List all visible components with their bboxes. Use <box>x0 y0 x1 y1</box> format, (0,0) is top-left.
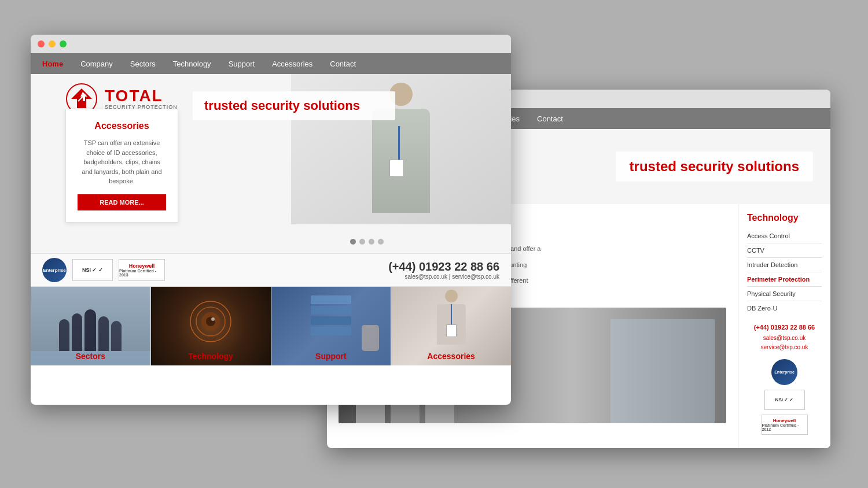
grid-item-support[interactable]: Support <box>271 287 392 365</box>
sidebar-link-dbzero[interactable]: DB Zero-U <box>747 301 822 315</box>
sidebar-link-intruder[interactable]: Intruder Detection <box>747 258 822 272</box>
back-nav-contact[interactable]: Contact <box>537 114 563 123</box>
slide-dot-3[interactable] <box>369 239 374 245</box>
sil-3 <box>84 309 96 351</box>
person-mini <box>437 290 466 345</box>
server-row-3 <box>311 316 351 325</box>
honeywell-name: Honeywell <box>129 263 155 269</box>
front-bottom-grid: Sectors Technology <box>31 287 511 365</box>
sidebar-certifications: Enterprise NSI ✓ ✓ Honeywell Platinum Ce… <box>747 359 822 435</box>
front-browser-window: Home Company Sectors Technology Support … <box>31 35 511 405</box>
logo-name: TOTAL <box>105 88 178 104</box>
contact-details: (+44) 01923 22 88 66 sales@tsp.co.uk | s… <box>388 260 499 280</box>
back-sidebar: Technology Access Control CCTV Intruder … <box>738 204 830 448</box>
honeywell-cert: Platinum Certified - 2013 <box>119 269 164 277</box>
nsi-text: NSI ✓ ✓ <box>775 397 794 402</box>
grid-item-technology[interactable]: Technology <box>151 287 271 365</box>
slide-dots <box>350 239 384 245</box>
email-info: sales@tsp.co.uk | service@tsp.co.uk <box>388 273 499 280</box>
lanyard <box>398 126 400 161</box>
grid-item-sectors-label: Sectors <box>31 352 150 361</box>
back-image-detail <box>610 319 715 423</box>
eye-svg <box>187 298 234 345</box>
slide-dot-2[interactable] <box>359 239 365 245</box>
sil-5 <box>111 321 122 351</box>
front-nav-technology[interactable]: Technology <box>173 60 211 68</box>
sidebar-link-perimeter[interactable]: Perimeter Protection <box>747 272 822 287</box>
sidebar-contact-info: (+44) 01923 22 88 66 sales@tsp.co.uk ser… <box>747 324 822 352</box>
id-card <box>389 160 404 177</box>
grid-item-accessories-label: Accessories <box>391 352 511 361</box>
front-nav-home[interactable]: Home <box>42 60 63 68</box>
front-nav-sectors[interactable]: Sectors <box>130 60 156 68</box>
svg-point-5 <box>211 317 215 321</box>
server-shape <box>311 295 351 342</box>
accessories-card: Accessories TSP can offer an extensive c… <box>65 109 178 223</box>
back-tagline-bold: security solutions <box>681 158 799 174</box>
front-nav-company[interactable]: Company <box>80 60 113 68</box>
mini-card <box>446 324 457 337</box>
sidebar-email-2: service@tsp.co.uk <box>747 343 822 352</box>
sidebar-link-physical[interactable]: Physical Security <box>747 287 822 301</box>
sidebar-link-cctv[interactable]: CCTV <box>747 243 822 258</box>
sidebar-cert-honeywell-badge: Honeywell Platinum Certified - 2012 <box>762 415 808 435</box>
hand-shape <box>362 325 379 351</box>
front-hero-section: TOTAL SECURITY PROTECTION trusted securi… <box>31 74 511 253</box>
front-nav-contact[interactable]: Contact <box>330 60 356 68</box>
accessories-card-title: Accessories <box>78 121 166 131</box>
mini-lanyard <box>451 304 452 324</box>
back-tagline: trusted security solutions <box>616 151 813 182</box>
cert-enterprise-badge: Enterprise <box>42 258 67 282</box>
accessories-card-description: TSP can offer an extensive choice of ID … <box>78 138 166 186</box>
slide-dot-4[interactable] <box>378 239 384 245</box>
eye-container <box>187 298 234 345</box>
mini-head <box>445 290 458 302</box>
grid-item-technology-label: Technology <box>151 352 271 361</box>
front-hero-tagline: trusted security solutions <box>193 91 395 120</box>
sil-2 <box>72 313 82 351</box>
server-row-1 <box>311 295 351 304</box>
sidebar-cert-nsi-badge: NSI ✓ ✓ <box>764 390 805 410</box>
grid-item-support-label: Support <box>271 352 391 361</box>
phone-number: (+44) 01923 22 88 66 <box>388 260 499 273</box>
front-contact-bar: Enterprise NSI ✓ ✓ Honeywell Platinum Ce… <box>31 253 511 287</box>
front-minimize-icon[interactable] <box>49 40 56 47</box>
tagline-bold: security solutions <box>251 98 360 113</box>
slide-dot-1[interactable] <box>350 239 356 245</box>
front-nav: Home Company Sectors Technology Support … <box>31 53 511 74</box>
back-tagline-plain: trusted <box>630 158 681 174</box>
sil-1 <box>59 319 69 351</box>
honeywell-sub: Platinum Certified - 2012 <box>762 423 807 431</box>
honeywell-label: Honeywell <box>773 418 796 423</box>
silhouette-group <box>36 309 145 351</box>
logo-text-group: TOTAL SECURITY PROTECTION <box>105 88 178 110</box>
front-nav-support[interactable]: Support <box>229 60 255 68</box>
tagline-plain: trusted <box>204 98 251 113</box>
server-row-4 <box>311 327 351 335</box>
cert-logos-group: Enterprise NSI ✓ ✓ Honeywell Platinum Ce… <box>42 258 165 282</box>
front-close-icon[interactable] <box>38 40 45 47</box>
nsi-label: NSI ✓ ✓ <box>82 267 103 273</box>
grid-item-accessories[interactable]: Accessories <box>391 287 511 365</box>
read-more-button[interactable]: READ MORE... <box>78 194 166 210</box>
front-titlebar <box>31 35 511 53</box>
front-maximize-icon[interactable] <box>60 40 67 47</box>
sidebar-cert-enterprise-badge: Enterprise <box>771 359 797 385</box>
sidebar-email-1: sales@tsp.co.uk <box>747 334 822 343</box>
front-nav-accessories[interactable]: Accessories <box>272 60 312 68</box>
cert-nsi-badge: NSI ✓ ✓ <box>72 259 113 281</box>
grid-item-sectors[interactable]: Sectors <box>31 287 151 365</box>
server-row-2 <box>311 306 351 315</box>
sidebar-phone: (+44) 01923 22 88 66 <box>747 324 822 331</box>
sidebar-title: Technology <box>747 213 822 223</box>
sidebar-link-access-control[interactable]: Access Control <box>747 229 822 243</box>
sil-4 <box>98 316 109 351</box>
mini-body <box>437 304 466 345</box>
cert-honeywell-badge: Honeywell Platinum Certified - 2013 <box>119 259 165 281</box>
